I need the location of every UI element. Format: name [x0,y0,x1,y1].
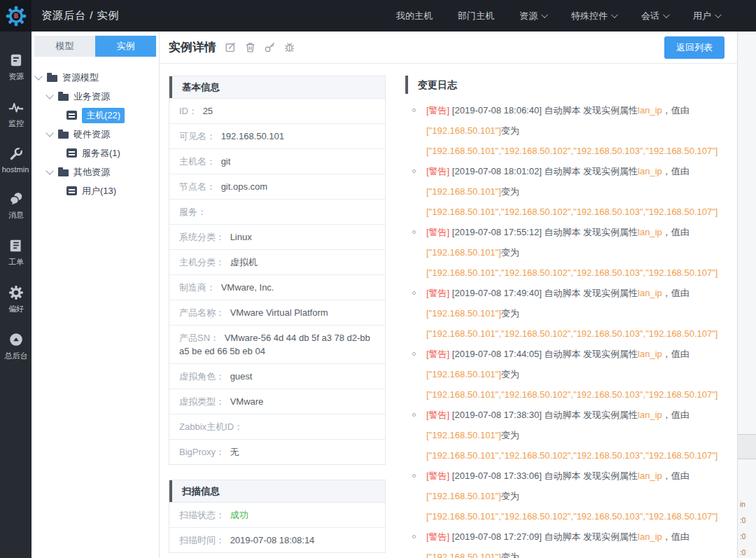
log-time: [2019-07-08 17:38:30] [452,410,542,420]
tree-node[interactable]: 主机(22) [31,106,159,125]
bullet-icon [412,413,416,417]
resource-icon [8,53,24,68]
info-row: 制造商： VMware, Inc. [169,275,385,300]
rail-item-ticket[interactable]: 工单 [8,238,24,268]
caret-down-icon[interactable] [46,91,53,99]
tree-node[interactable]: 业务资源 [31,87,159,106]
tree-node[interactable]: 用户(13) [31,181,159,200]
log-time: [2019-07-08 17:55:12] [452,227,542,237]
info-row: ID： 25 [169,99,385,124]
tree-node[interactable]: 服务器(1) [31,144,159,162]
log-level: [警告] [426,288,449,298]
detail-header: 实例详情 [160,32,737,64]
tree-node-label: 服务器(1) [82,147,120,160]
basic-info-panel: 基本信息 ID： 25 可见名： 192.168.50.101 [169,76,386,465]
log-old-value: ["192.168.50.101"] [426,552,501,558]
log-attr: lan_ip [638,470,662,481]
rail-item-label: 偏好 [8,304,23,315]
tree-node-label: 硬件资源 [74,128,110,141]
rail-item-hostmin[interactable]: hostmin [1,146,30,174]
log-text: ，值由 [662,531,690,542]
log-text: 变为 [501,247,519,258]
log-text: ，值由 [662,288,690,298]
log-attr: lan_ip [638,105,662,116]
app-logo[interactable]: B [0,0,31,32]
log-text: 自动脚本 发现实例属性 [544,227,638,237]
caret-down-icon[interactable] [46,129,53,137]
log-old-value: ["192.168.50.101"] [426,430,501,440]
caret-down-icon[interactable] [34,72,42,80]
changelog-title: 变更日志 [405,76,727,94]
info-label: BigProxy： [179,447,225,457]
rail-item-message[interactable]: 消息 [8,191,24,221]
node-type-icon [66,186,77,195]
key-icon[interactable] [264,41,276,53]
log-level: [警告] [426,531,449,542]
rail-item-resource[interactable]: 资源 [8,53,24,83]
log-level: [警告] [426,105,449,116]
page-title: 实例详情 [169,39,216,55]
edit-icon[interactable] [225,41,237,53]
info-value: guest [230,371,253,382]
nav-menu-item[interactable]: 用户 [693,10,720,22]
node-type-icon [58,132,69,139]
log-attr: lan_ip [638,349,662,359]
log-time: [2019-07-08 18:01:02] [452,166,542,176]
tree-node[interactable]: 资源模型 [31,68,159,87]
nav-menu-item-label: 部门主机 [458,10,494,22]
nav-menu-item[interactable]: 特殊控件 [571,10,616,22]
left-icon-rail: 资源 监控 hostmin 消息 工单 [0,32,31,558]
info-label: 节点名： [179,181,216,192]
changelog-entry: [警告] [2019-07-08 17:49:40] 自动脚本 发现实例属性la… [411,283,727,344]
log-text: 自动脚本 发现实例属性 [544,531,638,542]
log-text: 自动脚本 发现实例属性 [544,410,638,420]
log-attr: lan_ip [638,531,662,542]
log-text: ，值由 [662,227,690,237]
wrench-icon [8,146,24,162]
back-to-list-button[interactable]: 返回列表 [664,36,724,59]
rail-item-monitor[interactable]: 监控 [8,99,24,130]
bug-icon[interactable] [284,41,295,53]
scan-info-rows: 扫描状态： 成功 扫描时间： 2019-07-08 18:08:14 [169,503,385,552]
info-row: 主机分类： 虚拟机 [169,250,385,275]
tree-node[interactable]: 硬件资源 [31,125,159,144]
info-label: 扫描状态： [179,510,225,520]
bullet-icon [412,230,416,234]
nav-menu-item[interactable]: 资源 [519,10,546,22]
tree-node[interactable]: 其他资源 [31,162,159,181]
rail-item-label: 消息 [8,210,23,221]
nav-menu-item[interactable]: 我的主机 [396,10,433,22]
nav-menu-item[interactable]: 会话 [641,10,668,22]
log-text: 变为 [501,430,519,440]
log-level: [警告] [426,166,449,176]
changelog-column: 变更日志 [警告] [2019-07-08 18:06:40] 自动脚本 发现实… [405,76,727,558]
rail-item-label: 工单 [8,257,23,268]
log-new-value: ["192.168.50.101","192.168.50.102","192.… [426,146,718,156]
changelog-entry: [警告] [2019-07-08 17:33:06] 自动脚本 发现实例属性la… [411,466,727,526]
svg-text:B: B [13,13,18,20]
caret-down-icon[interactable] [46,167,53,174]
tab-model[interactable]: 模型 [34,36,95,57]
info-label: Zabbix主机ID： [179,421,243,432]
log-level: [警告] [426,410,449,420]
changelog-entry: [警告] [2019-07-08 17:55:12] 自动脚本 发现实例属性la… [411,222,727,283]
info-value: git [221,156,231,167]
log-text: 变为 [501,369,519,379]
log-text: ，值由 [662,470,690,481]
rail-item-preference[interactable]: 偏好 [8,285,24,315]
tree-panel: 模型 实例 资源模型 业务资源 主机(22) [31,32,160,558]
rail-item-console[interactable]: 总后台 [4,332,29,362]
background-window-band [738,434,756,459]
info-label: 主机分类： [179,257,225,267]
nav-menu-item[interactable]: 部门主机 [458,10,494,22]
log-attr: lan_ip [638,227,662,237]
tab-instance[interactable]: 实例 [95,36,156,57]
trash-icon[interactable] [244,41,256,53]
rail-item-label: 资源 [8,71,23,83]
info-label: 扫描时间： [179,535,225,545]
work-order-icon [8,238,24,253]
info-row: 虚拟类型： VMware [169,389,385,414]
info-label: 虚拟角色： [179,371,225,382]
arrow-up-circle-icon [8,332,24,347]
background-window-sliver: in :0 :0 :0 :0 :0 [737,32,756,558]
